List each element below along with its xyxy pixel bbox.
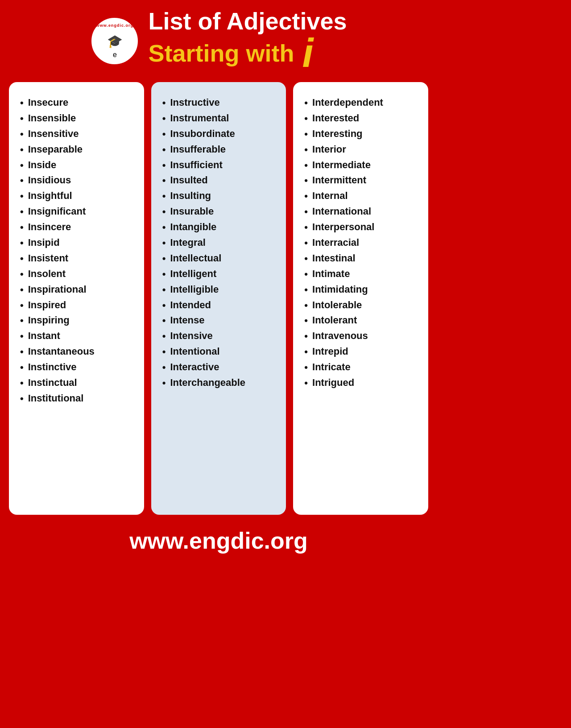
list-item: Intermediate	[304, 158, 419, 173]
header-text: List of Adjectives Starting with i	[148, 9, 347, 73]
list-item: Insipid	[20, 236, 135, 250]
list-item: Intimidating	[304, 282, 419, 297]
list-item: Intelligible	[162, 282, 277, 297]
columns-container: InsecureInsensibleInsensitiveInseparable…	[0, 78, 437, 519]
list-item: International	[304, 204, 419, 219]
logo-icon: 🎓	[101, 28, 128, 54]
header: www.engdic.org 🎓 e List of Adjectives St…	[0, 0, 437, 78]
list-item: Internal	[304, 189, 419, 203]
list-item: Insightful	[20, 189, 135, 203]
list-item: Insurable	[162, 204, 277, 219]
list-item: Interpersonal	[304, 220, 419, 235]
list-item: Insubordinate	[162, 127, 277, 141]
list-item: Interesting	[304, 127, 419, 141]
list-item: Interested	[304, 111, 419, 126]
list-item: Intimate	[304, 267, 419, 281]
list-item: Inspiring	[20, 313, 135, 328]
list-item: Interchangeable	[162, 376, 277, 390]
header-subtitle: Starting with	[148, 41, 294, 65]
list-item: Intangible	[162, 220, 277, 235]
list-item: Interactive	[162, 360, 277, 375]
footer: www.engdic.org	[0, 519, 437, 562]
list-item: Insincere	[20, 220, 135, 235]
word-list-3: InterdependentInterestedInterestingInter…	[304, 95, 419, 391]
list-item: Intestinal	[304, 251, 419, 266]
list-item: Intended	[162, 298, 277, 313]
list-item: Intravenous	[304, 329, 419, 343]
list-item: Intolerable	[304, 298, 419, 313]
list-item: Instinctive	[20, 360, 135, 375]
list-item: Insensible	[20, 111, 135, 126]
list-item: Insistent	[20, 251, 135, 266]
list-item: Insecure	[20, 95, 135, 110]
list-item: Insulting	[162, 189, 277, 203]
header-letter: i	[302, 33, 313, 73]
list-item: Intellectual	[162, 251, 277, 266]
list-item: Insidious	[20, 173, 135, 188]
list-item: Intricate	[304, 360, 419, 375]
list-item: Intermittent	[304, 173, 419, 188]
list-item: Integral	[162, 236, 277, 250]
footer-text: www.engdic.org	[129, 528, 308, 554]
list-item: Inseparable	[20, 142, 135, 157]
list-item: Insignificant	[20, 204, 135, 219]
logo: www.engdic.org 🎓 e	[90, 17, 139, 66]
logo-url-top: www.engdic.org	[96, 23, 133, 28]
word-list-1: InsecureInsensibleInsensitiveInseparable…	[20, 95, 135, 407]
word-list-2: InstructiveInstrumentalInsubordinateInsu…	[162, 95, 277, 391]
list-item: Instantaneous	[20, 344, 135, 359]
list-item: Intrigued	[304, 376, 419, 390]
list-item: Instructive	[162, 95, 277, 110]
list-item: Insufferable	[162, 142, 277, 157]
list-item: Insensitive	[20, 127, 135, 141]
list-item: Instant	[20, 329, 135, 343]
page-title: List of Adjectives	[148, 9, 347, 33]
list-item: Intensive	[162, 329, 277, 343]
list-item: Insufficient	[162, 158, 277, 173]
list-item: Intentional	[162, 344, 277, 359]
list-item: Intrepid	[304, 344, 419, 359]
column-2: InstructiveInstrumentalInsubordinateInsu…	[151, 82, 286, 515]
list-item: Inspired	[20, 298, 135, 313]
list-item: Interdependent	[304, 95, 419, 110]
list-item: Instinctual	[20, 376, 135, 390]
list-item: Institutional	[20, 391, 135, 406]
list-item: Inspirational	[20, 282, 135, 297]
list-item: Insulted	[162, 173, 277, 188]
graduation-cap-icon: 🎓	[107, 34, 123, 49]
column-1: InsecureInsensibleInsensitiveInseparable…	[9, 82, 144, 515]
list-item: Intolerant	[304, 313, 419, 328]
list-item: Insolent	[20, 267, 135, 281]
list-item: Instrumental	[162, 111, 277, 126]
list-item: Interracial	[304, 236, 419, 250]
list-item: Inside	[20, 158, 135, 173]
list-item: Intelligent	[162, 267, 277, 281]
list-item: Interior	[304, 142, 419, 157]
column-3: InterdependentInterestedInterestingInter…	[293, 82, 428, 515]
list-item: Intense	[162, 313, 277, 328]
